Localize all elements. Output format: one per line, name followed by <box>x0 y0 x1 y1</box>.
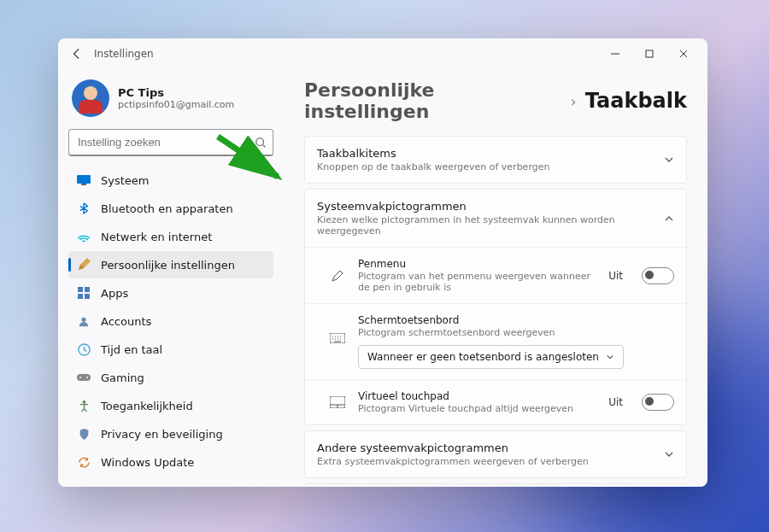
svg-point-12 <box>86 377 88 378</box>
paint-icon <box>77 258 91 272</box>
avatar <box>72 79 109 117</box>
sidebar-item-label: Privacy en beveiliging <box>101 428 223 441</box>
svg-rect-7 <box>85 294 90 299</box>
sidebar-item-label: Systeem <box>101 174 149 187</box>
section-subtitle: Extra systeemvakpictogrammen weergeven o… <box>317 456 589 467</box>
sidebar-item-label: Netwerk en internet <box>101 231 212 243</box>
section-header[interactable]: Andere systeemvakpictogrammen Extra syst… <box>305 431 686 477</box>
sidebar-item-time[interactable]: Tijd en taal <box>68 336 273 363</box>
chevron-down-icon <box>606 353 614 361</box>
sidebar-item-label: Accounts <box>101 315 151 328</box>
section-subtitle: Kiezen welke pictogrammen in het systeem… <box>317 214 664 237</box>
titlebar: Instellingen <box>58 38 707 69</box>
setting-title: Virtueel touchpad <box>358 390 596 402</box>
close-button[interactable] <box>666 42 701 66</box>
svg-rect-5 <box>85 287 90 292</box>
toggle-state: Uit <box>608 396 623 408</box>
system-icon <box>77 173 91 187</box>
keyboard-icon <box>329 330 346 347</box>
sidebar-item-label: Tijd en taal <box>101 343 162 356</box>
section-behavior: Gedrag van taakbalk Taakbalkuitlijning, … <box>304 483 687 487</box>
setting-row-touchpad: Virtueel touchpad Pictogram Virtuele tou… <box>305 379 686 424</box>
section-tray-icons: Systeemvakpictogrammen Kiezen welke pict… <box>304 189 687 425</box>
section-subtitle: Knoppen op de taakbalk weergeven of verb… <box>317 161 549 172</box>
shield-icon <box>77 427 91 441</box>
search-input[interactable] <box>68 129 273 156</box>
minimize-button[interactable] <box>598 42 632 66</box>
sidebar: PC Tips pctipsinfo01@gmail.com Systeem B… <box>58 69 284 487</box>
sidebar-item-label: Windows Update <box>101 456 194 469</box>
chevron-up-icon <box>664 213 674 224</box>
svg-rect-10 <box>77 374 91 381</box>
search-icon <box>255 137 267 149</box>
touchpad-icon <box>329 394 346 411</box>
section-header[interactable]: Systeemvakpictogrammen Kiezen welke pict… <box>305 190 686 247</box>
keyboard-select[interactable]: Wanneer er geen toetsenbord is aangeslot… <box>358 345 624 369</box>
section-title: Systeemvakpictogrammen <box>317 200 664 213</box>
breadcrumb: Persoonlijke instellingen › Taakbalk <box>304 79 687 122</box>
svg-rect-4 <box>78 287 83 292</box>
breadcrumb-parent[interactable]: Persoonlijke instellingen <box>304 79 562 122</box>
back-button[interactable] <box>65 42 89 66</box>
svg-rect-2 <box>77 175 91 184</box>
sidebar-item-label: Gaming <box>101 371 144 384</box>
chevron-down-icon <box>664 155 674 165</box>
setting-title: Penmenu <box>358 258 596 270</box>
sidebar-item-label: Apps <box>101 287 128 300</box>
section-header[interactable]: Taakbalkitems Knoppen op de taakbalk wee… <box>305 137 686 183</box>
svg-point-1 <box>256 138 264 146</box>
sidebar-item-label: Toegankelijkheid <box>101 400 193 412</box>
section-header[interactable]: Gedrag van taakbalk Taakbalkuitlijning, … <box>305 484 686 487</box>
select-value: Wanneer er geen toetsenbord is aangeslot… <box>367 351 599 363</box>
svg-point-8 <box>81 318 85 322</box>
setting-row-keyboard: Schermtoetsenbord Pictogram schermtoetse… <box>305 303 686 379</box>
setting-row-pen: Penmenu Pictogram van het penmenu weerge… <box>305 248 686 303</box>
settings-window: Instellingen PC Tips pctipsinfo01@gmail.… <box>58 38 707 487</box>
toggle-pen[interactable] <box>642 267 674 284</box>
toggle-state: Uit <box>608 270 623 282</box>
sidebar-item-system[interactable]: Systeem <box>68 167 273 194</box>
window-title: Instellingen <box>94 48 154 60</box>
chevron-down-icon <box>664 449 674 459</box>
accessibility-icon <box>77 399 91 412</box>
sidebar-item-accounts[interactable]: Accounts <box>68 307 273 335</box>
sidebar-item-gaming[interactable]: Gaming <box>68 364 273 391</box>
sidebar-item-accessibility[interactable]: Toegankelijkheid <box>68 392 273 419</box>
maximize-button[interactable] <box>632 42 666 66</box>
setting-subtitle: Pictogram van het penmenu weergeven wann… <box>358 271 596 293</box>
setting-subtitle: Pictogram Virtuele touchpad altijd weerg… <box>358 403 596 414</box>
sidebar-item-label: Persoonlijke instellingen <box>101 259 235 272</box>
svg-point-13 <box>82 400 85 403</box>
user-profile[interactable]: PC Tips pctipsinfo01@gmail.com <box>68 74 273 129</box>
time-icon <box>77 342 91 356</box>
breadcrumb-current: Taakbalk <box>585 89 687 113</box>
section-taskbar-items: Taakbalkitems Knoppen op de taakbalk wee… <box>304 136 687 184</box>
network-icon <box>77 230 91 243</box>
sidebar-item-network[interactable]: Netwerk en internet <box>68 223 273 250</box>
sidebar-item-label: Bluetooth en apparaten <box>101 202 233 215</box>
toggle-touchpad[interactable] <box>642 394 674 411</box>
search-box[interactable] <box>68 129 273 156</box>
chevron-right-icon: › <box>571 92 577 110</box>
section-other-icons: Andere systeemvakpictogrammen Extra syst… <box>304 430 687 478</box>
user-name: PC Tips <box>118 86 234 99</box>
svg-rect-3 <box>81 184 86 185</box>
bluetooth-icon <box>77 202 91 215</box>
svg-rect-0 <box>646 50 653 57</box>
user-email: pctipsinfo01@gmail.com <box>118 99 234 110</box>
accounts-icon <box>77 314 91 328</box>
sidebar-item-personalization[interactable]: Persoonlijke instellingen <box>68 251 273 278</box>
sidebar-item-privacy[interactable]: Privacy en beveiliging <box>68 420 273 447</box>
svg-point-11 <box>79 377 81 378</box>
pen-icon <box>329 267 346 284</box>
setting-title: Schermtoetsenbord <box>358 314 674 326</box>
svg-rect-6 <box>78 294 83 299</box>
sidebar-item-update[interactable]: Windows Update <box>68 448 273 476</box>
sidebar-item-apps[interactable]: Apps <box>68 279 273 307</box>
section-title: Taakbalkitems <box>317 147 549 160</box>
sidebar-item-bluetooth[interactable]: Bluetooth en apparaten <box>68 195 273 222</box>
setting-subtitle: Pictogram schermtoetsenbord weergeven <box>358 327 674 338</box>
nav-list: Systeem Bluetooth en apparaten Netwerk e… <box>68 167 273 476</box>
main-content: Persoonlijke instellingen › Taakbalk Taa… <box>284 69 707 487</box>
apps-icon <box>77 286 91 300</box>
